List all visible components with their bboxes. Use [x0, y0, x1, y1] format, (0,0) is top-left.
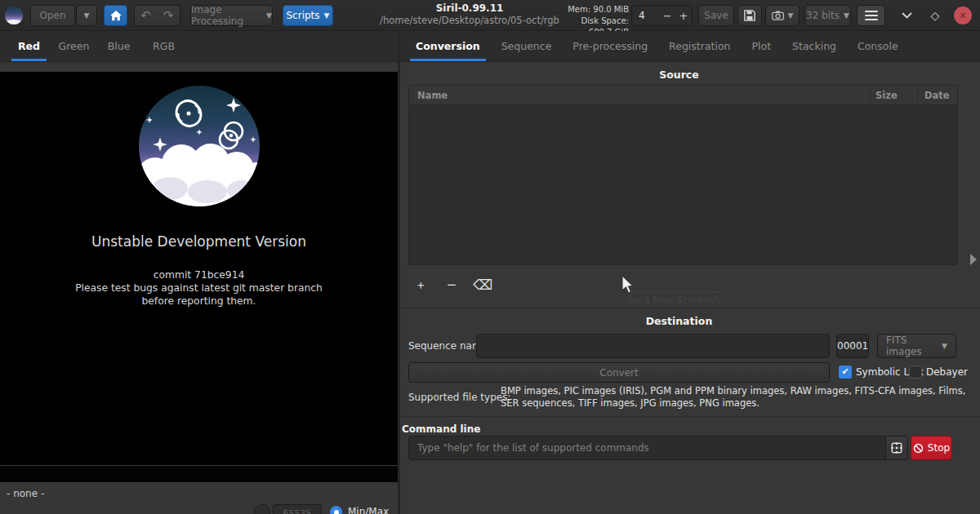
supported-file-types-text: BMP images, PIC images (IRIS), PGM and P… — [501, 385, 966, 409]
tab-green[interactable]: Green — [51, 31, 96, 61]
clear-list-button[interactable]: ⌫ — [470, 273, 495, 296]
thread-count-value: 4 — [632, 10, 659, 21]
home-button[interactable] — [104, 5, 127, 26]
cloud-shading — [152, 177, 256, 203]
mouse-cursor — [619, 275, 635, 295]
source-toolbar: ＋ − ⌫ — [408, 271, 495, 299]
processing-panel: Conversion Sequence Pre-processing Regis… — [400, 31, 980, 514]
window-title: Siril-0.99.11 — [363, 2, 576, 15]
add-files-button[interactable]: ＋ — [408, 273, 433, 296]
undo-icon: ↶ — [140, 8, 151, 23]
diamond-icon: ◇ — [931, 9, 940, 22]
tab-stacking-label: Stacking — [792, 40, 836, 52]
tab-registration[interactable]: Registration — [658, 31, 741, 61]
hamburger-icon — [865, 15, 878, 17]
tab-plot-label: Plot — [751, 40, 771, 52]
destination-section-title: Destination — [400, 315, 958, 327]
column-date[interactable]: Date — [918, 90, 957, 101]
bit-depth-value: 32 bits — [806, 10, 840, 21]
tab-red[interactable]: Red — [7, 31, 51, 61]
pane-expander-arrow[interactable] — [970, 254, 977, 265]
command-line-input[interactable] — [408, 436, 886, 460]
open-button-label: Open — [39, 10, 65, 21]
command-line-label: Command line — [402, 423, 480, 435]
sequence-name-input[interactable] — [476, 334, 830, 358]
chevron-down-icon: ▼ — [788, 11, 794, 20]
tab-green-label: Green — [59, 40, 90, 52]
supported-file-types-label: Supported file types: — [408, 392, 510, 403]
command-pad-icon — [891, 442, 902, 454]
window-title-block: Siril-0.99.11 /home/steve/Desktop/astro/… — [363, 2, 576, 27]
source-section-title: Source — [400, 69, 958, 81]
save-button-label: Save — [704, 10, 728, 21]
output-format-value: FITS images — [886, 335, 942, 357]
warning-line-2: before reporting them. — [141, 295, 256, 308]
home-icon — [110, 11, 122, 21]
ghost-tooltip: Take a New Screenshot — [629, 291, 720, 308]
working-directory: /home/steve/Desktop/astro/05-oct/rgb — [363, 15, 576, 27]
source-file-list[interactable]: Name Size Date — [408, 85, 958, 265]
snapshot-button[interactable]: ▼ — [765, 5, 800, 26]
hamburger-menu-button[interactable] — [857, 5, 885, 26]
tab-stacking[interactable]: Stacking — [782, 31, 847, 61]
debayer-checkbox[interactable] — [909, 366, 922, 379]
maximize-button[interactable]: ◇ — [925, 5, 945, 26]
stop-prohibited-icon — [913, 443, 924, 454]
image-canvas[interactable]: Unstable Development Version commit 71bc… — [0, 72, 398, 465]
scripts-menu-button[interactable]: Scripts ▼ — [283, 5, 333, 26]
image-processing-menu-button[interactable]: Image Processing ▼ — [190, 5, 273, 26]
tab-console-label: Console — [858, 40, 898, 52]
siril-logo — [139, 86, 260, 206]
tab-registration-label: Registration — [669, 40, 730, 52]
floppy-disk-icon — [744, 10, 755, 21]
column-size[interactable]: Size — [871, 90, 918, 101]
siril-window: Open ▼ ↶ ↷ Image Processing ▼ Scripts ▼ … — [0, 0, 980, 514]
close-button[interactable]: ✕ — [954, 7, 972, 24]
undo-button[interactable]: ↶ — [134, 5, 158, 26]
remove-files-button[interactable]: − — [439, 273, 464, 296]
chevron-down-icon: ▼ — [84, 11, 90, 20]
tab-rgb[interactable]: RGB — [141, 31, 186, 61]
chevron-down-icon: ▼ — [324, 11, 330, 20]
tab-plot[interactable]: Plot — [741, 31, 782, 61]
tab-console[interactable]: Console — [847, 31, 909, 61]
open-recent-dropdown-button[interactable]: ▼ — [76, 5, 97, 26]
minmax-radio-selected[interactable] — [330, 506, 342, 514]
camera-icon — [772, 11, 784, 20]
tab-pre-processing[interactable]: Pre-processing — [562, 31, 658, 61]
thread-count-spinbox[interactable]: 4 − + — [631, 5, 693, 26]
chevron-down-icon: ▼ — [942, 342, 947, 350]
spin-decrement-button[interactable]: − — [659, 10, 675, 22]
file-list-body[interactable] — [409, 105, 957, 264]
save-button[interactable]: Save — [698, 5, 734, 26]
bit-depth-dropdown[interactable]: 32 bits ▼ — [804, 5, 851, 26]
convert-button[interactable]: Convert — [408, 362, 830, 383]
minimize-button[interactable] — [897, 5, 916, 26]
start-index-entry[interactable] — [836, 334, 869, 358]
file-list-header: Name Size Date — [409, 86, 957, 105]
column-name[interactable]: Name — [409, 90, 871, 101]
chevron-down-icon — [902, 12, 912, 19]
stop-button[interactable]: Stop — [911, 436, 952, 460]
tab-conversion-label: Conversion — [416, 40, 480, 52]
redo-icon: ↷ — [163, 8, 174, 23]
display-radio-unselected[interactable] — [254, 504, 270, 514]
chevron-down-icon: ▼ — [844, 11, 849, 20]
command-helper-button[interactable] — [886, 436, 908, 460]
canvas-scrollbar-track[interactable] — [0, 465, 398, 483]
hi-value-entry[interactable]: 65535 — [273, 504, 322, 514]
tab-blue[interactable]: Blue — [96, 31, 141, 61]
spin-increment-button[interactable]: + — [675, 10, 692, 22]
tab-sequence[interactable]: Sequence — [491, 31, 563, 61]
chevron-down-icon: ▼ — [266, 11, 272, 20]
backspace-clear-icon: ⌫ — [473, 277, 492, 293]
symbolic-link-checkbox[interactable]: ✔ — [839, 366, 852, 379]
version-warning-title: Unstable Development Version — [91, 233, 306, 250]
save-as-button[interactable] — [737, 5, 762, 26]
open-button[interactable]: Open — [30, 5, 75, 26]
redo-button[interactable]: ↷ — [157, 5, 180, 26]
check-icon: ✔ — [841, 366, 849, 377]
output-format-dropdown[interactable]: FITS images ▼ — [877, 334, 956, 358]
tab-conversion[interactable]: Conversion — [405, 31, 491, 61]
tab-sequence-label: Sequence — [501, 40, 552, 52]
